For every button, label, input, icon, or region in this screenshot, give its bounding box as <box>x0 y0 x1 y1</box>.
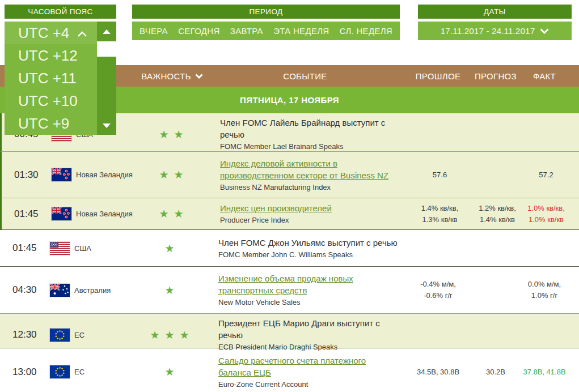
timezone-option-3[interactable]: UTC +9 <box>5 112 97 135</box>
event-time: 01:45 <box>0 242 50 254</box>
table-row: 12:30ЕС★★★Президент ЕЦБ Марио Драги выст… <box>0 314 579 348</box>
country-name: Новая Зеландия <box>76 171 141 179</box>
previous-line: -0.6% г/г <box>405 290 471 301</box>
actual-line: 1.0% кв/кв, <box>522 203 570 214</box>
header-previous: ПРОШЛОЕ <box>405 71 471 81</box>
event-subtitle: Business NZ Manufacturing Index <box>220 182 402 193</box>
event-time: 13:00 <box>0 367 50 378</box>
timezone-panel: ЧАСОВОЙ ПОЯС <box>5 5 116 19</box>
chevron-up-icon <box>77 31 87 37</box>
timezone-option-0[interactable]: UTC +12 <box>5 44 97 67</box>
timezone-option-2[interactable]: UTC +10 <box>5 90 97 112</box>
forecast-value: 30.2B <box>471 367 521 378</box>
actual-value: 0.0% м/м,1.0% г/г <box>521 279 568 301</box>
actual-value: 37.8B, 41.8B <box>521 367 568 378</box>
event-cell: Президент ЕЦБ Марио Драги выступит с реч… <box>205 314 405 356</box>
dropdown-scrollbar[interactable] <box>97 22 116 135</box>
event-time: 01:45 <box>2 208 52 220</box>
event-subtitle: FOMC Member John C. Williams Speaks <box>218 250 400 260</box>
table-row: 01:45США★Член FOMC Джон Уильямс выступит… <box>0 230 579 267</box>
event-time: 01:30 <box>2 169 52 181</box>
importance-stars: ★ <box>140 242 205 255</box>
date-range-value: 17.11.2017 - 24.11.2017 <box>441 26 535 36</box>
event-cell: Член FOMC Джон Уильямс выступит с речьюF… <box>205 233 405 263</box>
importance-stars: ★ <box>140 365 205 378</box>
forecast-line: 30.2B <box>471 367 521 378</box>
actual-line: 57.2 <box>522 169 570 181</box>
period-panel: ПЕРИОД ВЧЕРАСЕГОДНЯЗАВТРАЭТА НЕДЕЛЯСЛ. Н… <box>132 5 400 40</box>
event-subtitle: FOMC Member Lael Brainard Speaks <box>220 142 402 152</box>
table-row: 01:45Новая Зеландия★★Индекс цен производ… <box>0 198 579 230</box>
previous-line: 34.5B, 30.8B <box>405 367 471 378</box>
event-subtitle: Producer Price Index <box>220 215 402 225</box>
economic-calendar: ЧАСОВОЙ ПОЯС ПЕРИОД ВЧЕРАСЕГОДНЯЗАВТРАЭТ… <box>0 0 579 392</box>
period-button-0[interactable]: ВЧЕРА <box>140 26 168 36</box>
country-name: ЕС <box>74 368 140 376</box>
country-name: США <box>74 244 140 253</box>
importance-stars: ★ <box>140 284 205 297</box>
triangle-up-icon <box>103 29 111 34</box>
event-link[interactable]: Индекс цен производителей <box>220 202 402 214</box>
importance-stars: ★★ <box>141 128 206 141</box>
period-panel-title: ПЕРИОД <box>132 5 400 19</box>
timezone-selected-label: UTC +4 <box>18 24 69 42</box>
importance-stars: ★★★ <box>140 329 205 342</box>
header-event: СОБЫТИЕ <box>205 71 405 81</box>
chevron-down-icon <box>540 28 549 34</box>
country-flag-icon <box>50 284 74 297</box>
actual-line: 37.8B, 41.8B <box>521 367 568 378</box>
actual-line: 0.0% м/м, <box>521 279 568 290</box>
country-flag-icon <box>52 207 76 220</box>
table-body: 00:45США★★Член FOMC Лайель Брайнард выст… <box>0 113 579 392</box>
event-time: 04:30 <box>0 284 50 296</box>
date-range-select[interactable]: 17.11.2017 - 24.11.2017 <box>418 22 572 40</box>
event-link[interactable]: Индекс деловой активности в производстве… <box>220 157 402 181</box>
actual-line: 1.0% кв/кв <box>522 214 570 225</box>
forecast-line: 1.4% кв/кв <box>472 214 522 225</box>
event-title: Президент ЕЦБ Марио Драги выступит с реч… <box>218 317 400 341</box>
importance-stars: ★★ <box>141 168 206 181</box>
event-subtitle: Euro-Zone Current Account <box>218 380 400 390</box>
country-name: ЕС <box>74 331 140 339</box>
event-subtitle: New Motor Vehicle Sales <box>218 297 400 308</box>
previous-value: 57.6 <box>407 169 472 181</box>
country-flag-icon <box>52 168 76 181</box>
country-flag-icon <box>50 329 74 342</box>
event-link[interactable]: Сальдо расчетного счета платежного балан… <box>218 355 400 378</box>
scroll-down-button[interactable] <box>97 116 116 135</box>
period-buttons: ВЧЕРАСЕГОДНЯЗАВТРАЭТА НЕДЕЛЯСЛ. НЕДЕЛЯ <box>132 22 400 40</box>
country-name: Новая Зеландия <box>76 210 141 218</box>
event-link[interactable]: Изменение объема продаж новых транспортн… <box>218 272 400 296</box>
importance-sort-button[interactable]: ВАЖНОСТЬ <box>140 71 205 81</box>
event-title: Член FOMC Джон Уильямс выступит с речью <box>218 237 400 249</box>
timezone-panel-title: ЧАСОВОЙ ПОЯС <box>5 5 116 19</box>
timezone-option-1[interactable]: UTC +11 <box>5 67 97 90</box>
triangle-down-icon <box>103 123 111 128</box>
country-flag-icon <box>50 242 74 255</box>
header-forecast: ПРОГНОЗ <box>471 71 521 81</box>
table-row: 13:00ЕС★Сальдо расчетного счета платежно… <box>0 348 579 392</box>
scroll-up-button[interactable] <box>97 22 116 41</box>
event-cell: Член FOMC Лайель Брайнард выступит с реч… <box>206 113 407 155</box>
event-cell: Изменение объема продаж новых транспортн… <box>205 269 405 311</box>
previous-line: 1.3% кв/кв <box>407 214 472 225</box>
period-button-3[interactable]: ЭТА НЕДЕЛЯ <box>273 26 329 36</box>
timezone-selected-option[interactable]: UTC +4 <box>5 22 97 44</box>
event-time: 12:30 <box>0 329 50 340</box>
period-button-4[interactable]: СЛ. НЕДЕЛЯ <box>340 26 392 36</box>
period-button-1[interactable]: СЕГОДНЯ <box>178 26 219 36</box>
forecast-line: 1.2% кв/кв, <box>472 203 522 214</box>
forecast-value: 1.2% кв/кв,1.4% кв/кв <box>472 203 522 225</box>
country-flag-icon <box>50 365 74 378</box>
period-button-2[interactable]: ЗАВТРА <box>230 26 263 36</box>
importance-stars: ★★ <box>141 207 206 220</box>
timezone-option-list: UTC +4 UTC +12UTC +11UTC +10UTC +9 <box>5 22 97 135</box>
sort-chevron-down-icon <box>195 74 203 79</box>
previous-line: 57.6 <box>407 169 472 181</box>
previous-value: 34.5B, 30.8B <box>405 367 471 378</box>
actual-value: 1.0% кв/кв,1.0% кв/кв <box>522 203 570 225</box>
event-cell: Индекс цен производителейProducer Price … <box>206 199 407 229</box>
actual-value: 57.2 <box>522 169 570 181</box>
event-cell: Индекс деловой активности в производстве… <box>206 154 407 196</box>
header-actual: ФАКТ <box>521 71 568 81</box>
